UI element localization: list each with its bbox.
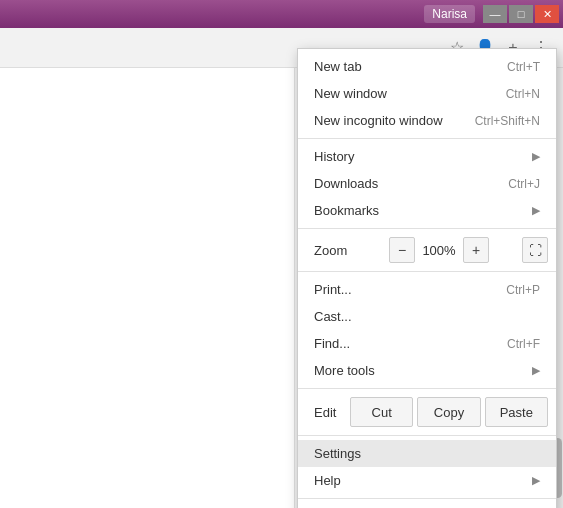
menu-item-label: History: [314, 149, 354, 164]
separator-sep3: [298, 271, 556, 272]
chrome-menu: New tabCtrl+TNew windowCtrl+NNew incogni…: [297, 48, 557, 508]
menu-item-arrow: ▶: [532, 474, 540, 487]
maximize-button[interactable]: □: [509, 5, 533, 23]
menu-item-label: Print...: [314, 282, 352, 297]
zoom-in-button[interactable]: +: [463, 237, 489, 263]
paste-button[interactable]: Paste: [485, 397, 548, 427]
menu-item-arrow: ▶: [532, 204, 540, 217]
zoom-controls: − 100% +: [389, 237, 489, 263]
zoom-row: Zoom − 100% + ⛶: [298, 233, 556, 267]
menu-item-new-window[interactable]: New windowCtrl+N: [298, 80, 556, 107]
window-title: Narisa: [424, 5, 475, 23]
menu-item-shortcut: Ctrl+Shift+N: [475, 114, 540, 128]
edit-row: Edit Cut Copy Paste: [298, 393, 556, 431]
menu-item-history[interactable]: History▶: [298, 143, 556, 170]
page-content: [0, 68, 295, 508]
menu-item-shortcut: Ctrl+T: [507, 60, 540, 74]
menu-item-shortcut: Ctrl+P: [506, 283, 540, 297]
menu-item-shortcut: Ctrl+N: [506, 87, 540, 101]
separator-sep2: [298, 228, 556, 229]
menu-item-more-tools[interactable]: More tools▶: [298, 357, 556, 384]
menu-item-label: Find...: [314, 336, 350, 351]
cut-button[interactable]: Cut: [350, 397, 413, 427]
zoom-out-button[interactable]: −: [389, 237, 415, 263]
menu-item-label: New tab: [314, 59, 362, 74]
close-button[interactable]: ✕: [535, 5, 559, 23]
menu-item-cast[interactable]: Cast...: [298, 303, 556, 330]
title-bar: Narisa — □ ✕: [0, 0, 563, 28]
menu-item-label: Help: [314, 473, 341, 488]
menu-item-settings[interactable]: Settings: [298, 440, 556, 467]
menu-item-label: More tools: [314, 363, 375, 378]
fullscreen-button[interactable]: ⛶: [522, 237, 548, 263]
separator-sep4: [298, 388, 556, 389]
menu-item-arrow: ▶: [532, 364, 540, 377]
menu-item-arrow: ▶: [532, 150, 540, 163]
menu-item-label: New window: [314, 86, 387, 101]
menu-item-exit[interactable]: ExitCtrl+Shift+Q: [298, 503, 556, 508]
separator-sep5: [298, 435, 556, 436]
menu-item-label: Cast...: [314, 309, 352, 324]
menu-item-shortcut: Ctrl+J: [508, 177, 540, 191]
menu-item-label: Settings: [314, 446, 361, 461]
menu-item-new-tab[interactable]: New tabCtrl+T: [298, 53, 556, 80]
menu-item-find[interactable]: Find...Ctrl+F: [298, 330, 556, 357]
menu-item-label: Bookmarks: [314, 203, 379, 218]
copy-button[interactable]: Copy: [417, 397, 480, 427]
menu-item-new-incognito[interactable]: New incognito windowCtrl+Shift+N: [298, 107, 556, 134]
minimize-button[interactable]: —: [483, 5, 507, 23]
menu-item-label: New incognito window: [314, 113, 443, 128]
separator-sep1: [298, 138, 556, 139]
menu-item-label: Downloads: [314, 176, 378, 191]
zoom-value: 100%: [419, 243, 459, 258]
separator-sep6: [298, 498, 556, 499]
menu-item-shortcut: Ctrl+F: [507, 337, 540, 351]
menu-item-bookmarks[interactable]: Bookmarks▶: [298, 197, 556, 224]
menu-item-help[interactable]: Help▶: [298, 467, 556, 494]
zoom-label: Zoom: [306, 243, 356, 258]
menu-item-downloads[interactable]: DownloadsCtrl+J: [298, 170, 556, 197]
menu-item-print[interactable]: Print...Ctrl+P: [298, 276, 556, 303]
edit-label: Edit: [306, 405, 346, 420]
